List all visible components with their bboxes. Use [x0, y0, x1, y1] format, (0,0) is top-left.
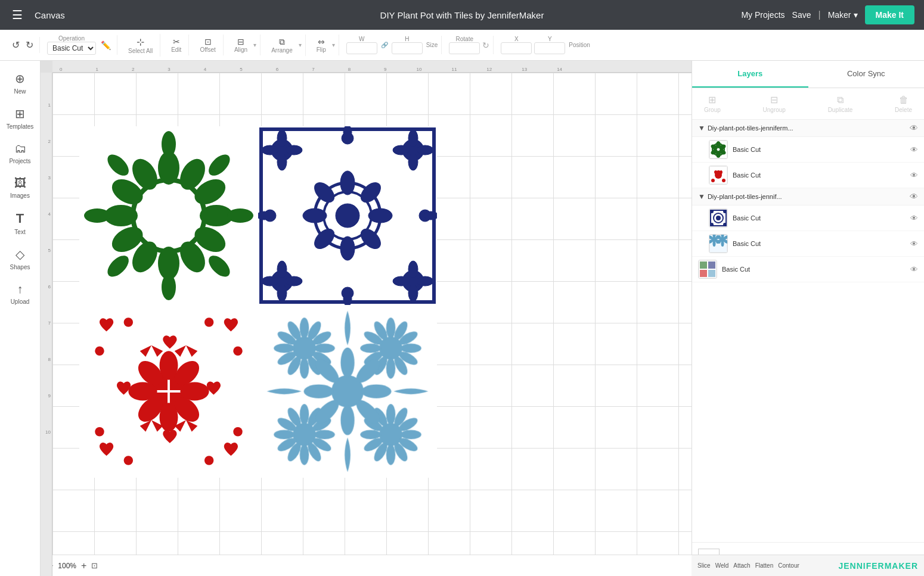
- layer-eye-standalone[interactable]: 👁: [910, 265, 918, 274]
- sidebar-item-projects[interactable]: 🗂 Projects: [2, 137, 38, 169]
- svg-point-162: [723, 210, 727, 213]
- my-projects-button[interactable]: My Projects: [741, 10, 785, 20]
- svg-point-91: [300, 358, 309, 379]
- sidebar-item-templates[interactable]: ⊞ Templates: [2, 102, 38, 135]
- zoom-fit-button[interactable]: ⊡: [91, 561, 98, 570]
- svg-point-41: [408, 285, 418, 301]
- sidebar-item-images[interactable]: 🖼 Images: [2, 172, 38, 204]
- group-icon: ⊞: [708, 94, 716, 105]
- maker-button[interactable]: Maker ▾: [828, 10, 858, 20]
- layer-thumb-green: [709, 140, 728, 159]
- layer-eye-red[interactable]: 👁: [910, 171, 918, 180]
- ruler-vertical: 1 2 3 4 5 6 7 8 9 10: [41, 73, 52, 576]
- redo-button[interactable]: ↻: [23, 37, 36, 53]
- nav-right: My Projects Save | Maker ▾ Make It: [741, 5, 914, 24]
- layer-group-2-header[interactable]: ▼ Diy-plant-pot-tiles-jennif... 👁: [692, 188, 924, 206]
- svg-point-51: [340, 236, 355, 260]
- svg-point-28: [277, 130, 287, 147]
- sidebar-item-upload[interactable]: ↑ Upload: [2, 278, 38, 310]
- svg-point-73: [128, 382, 157, 401]
- svg-point-161: [710, 210, 714, 213]
- canvas-area[interactable]: 0 1 2 3 4 5 6 7 8 9 10 11 12 13 14 1 2 3…: [41, 61, 692, 576]
- flip-chevron: ▾: [332, 42, 335, 48]
- layer-item-red[interactable]: Basic Cut 👁: [692, 163, 924, 188]
- rotate-input[interactable]: [449, 42, 480, 54]
- pos-y-wrap: Y: [534, 36, 565, 54]
- tile-grid: [79, 126, 437, 478]
- flip-button[interactable]: ⇔ Flip: [313, 35, 330, 55]
- layer-name-red: Basic Cut: [733, 172, 910, 179]
- ruler-corner: [41, 61, 52, 73]
- rotate-input-wrap: Rotate: [449, 36, 480, 54]
- undo-redo-group: ↺ ↻: [6, 37, 40, 53]
- brand-actions: Slice Weld Attach Flatten Contour: [697, 562, 799, 569]
- delete-button[interactable]: 🗑 Delete: [890, 92, 917, 116]
- svg-point-139: [361, 384, 391, 398]
- svg-point-32: [408, 130, 418, 147]
- attach-button[interactable]: Attach: [733, 562, 750, 569]
- layer-item-dark-blue[interactable]: Basic Cut 👁: [692, 206, 924, 231]
- svg-point-40: [408, 261, 418, 278]
- group-1-eye[interactable]: 👁: [910, 123, 918, 133]
- select-all-group: ⊹ Select All: [121, 34, 160, 57]
- images-icon: 🖼: [14, 176, 26, 190]
- select-all-button[interactable]: ⊹ Select All: [125, 34, 156, 57]
- arrange-button[interactable]: ⧉ Arrange: [268, 35, 296, 56]
- group-2-eye[interactable]: 👁: [910, 192, 918, 201]
- offset-button[interactable]: ⊡ Offset: [196, 35, 219, 55]
- group-button[interactable]: ⊞ Group: [699, 92, 725, 116]
- zoom-in-button[interactable]: +: [81, 561, 86, 571]
- size-lock-icon[interactable]: 🔗: [381, 42, 388, 48]
- group-1-arrow: ▼: [698, 124, 705, 132]
- save-button[interactable]: Save: [792, 10, 811, 20]
- undo-button[interactable]: ↺: [10, 37, 22, 53]
- svg-point-170: [713, 241, 716, 247]
- svg-point-69: [180, 382, 209, 401]
- sidebar-item-new[interactable]: ⊕ New: [2, 67, 38, 99]
- layer-eye-green[interactable]: 👁: [910, 145, 918, 154]
- sidebar-item-shapes[interactable]: ◇ Shapes: [2, 242, 38, 275]
- pos-x-input[interactable]: [501, 42, 532, 54]
- svg-point-114: [314, 430, 335, 439]
- duplicate-button[interactable]: ⧉ Duplicate: [823, 92, 858, 116]
- svg-point-33: [408, 154, 418, 170]
- svg-point-35: [417, 145, 433, 155]
- edit-button[interactable]: ✂ Edit: [168, 35, 185, 55]
- layer-item-green[interactable]: Basic Cut 👁: [692, 137, 924, 163]
- pos-y-input[interactable]: [534, 42, 565, 54]
- tab-layers[interactable]: Layers: [692, 61, 808, 88]
- projects-icon: 🗂: [14, 142, 26, 155]
- align-button[interactable]: ⊟ Align: [231, 35, 251, 55]
- svg-rect-182: [708, 261, 715, 269]
- tile-blue-dark[interactable]: [258, 126, 437, 305]
- tab-color-sync[interactable]: Color Sync: [808, 61, 925, 88]
- slice-button[interactable]: Slice: [697, 562, 711, 569]
- nav-divider: |: [818, 10, 820, 20]
- layer-eye-light-blue[interactable]: 👁: [910, 239, 918, 248]
- layer-name-green: Basic Cut: [733, 146, 910, 153]
- operation-select[interactable]: Basic Cut: [47, 42, 96, 55]
- svg-point-37: [277, 285, 287, 301]
- operation-label: Operation: [58, 35, 85, 42]
- group-2-arrow: ▼: [698, 192, 705, 201]
- layer-item-standalone[interactable]: Basic Cut 👁: [692, 257, 924, 282]
- svg-point-163: [710, 223, 714, 226]
- layer-item-light-blue[interactable]: Basic Cut 👁: [692, 231, 924, 257]
- tile-red[interactable]: [79, 305, 258, 478]
- weld-button[interactable]: Weld: [715, 562, 729, 569]
- ungroup-button[interactable]: ⊟ Ungroup: [758, 92, 790, 116]
- width-input[interactable]: [346, 42, 377, 54]
- tile-green[interactable]: [79, 126, 258, 305]
- tile-blue-light[interactable]: [258, 305, 437, 478]
- operation-icon-button[interactable]: ✏️: [98, 38, 113, 52]
- height-input[interactable]: [392, 42, 423, 54]
- make-it-button[interactable]: Make It: [865, 5, 914, 24]
- layer-group-1-header[interactable]: ▼ Diy-plant-pot-tiles-jenniferm... 👁: [692, 120, 924, 137]
- sidebar-item-text[interactable]: T Text: [2, 206, 38, 240]
- layer-eye-dark-blue[interactable]: 👁: [910, 214, 918, 223]
- position-label: Position: [569, 42, 590, 48]
- menu-button[interactable]: ☰: [10, 5, 25, 24]
- contour-button[interactable]: Contour: [778, 562, 799, 569]
- flatten-button[interactable]: Flatten: [755, 562, 774, 569]
- tile-blue-light-svg: [258, 305, 437, 478]
